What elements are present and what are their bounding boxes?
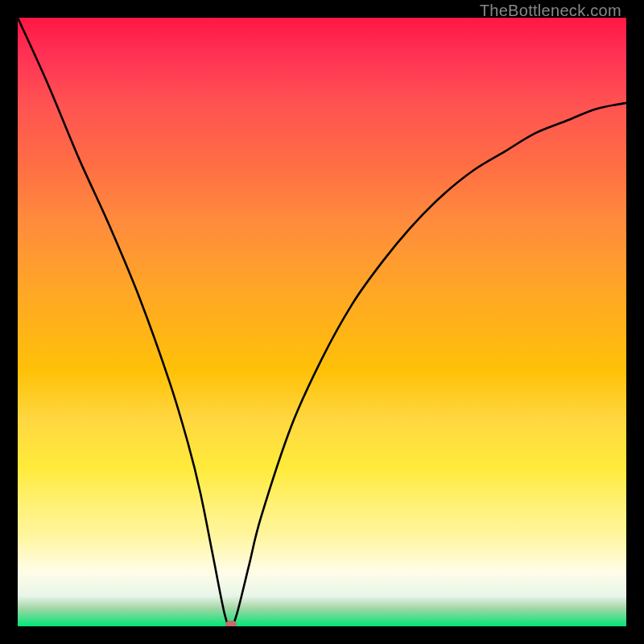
chart-curve-path	[18, 18, 626, 626]
chart-outer-frame: TheBottleneck.com	[0, 0, 644, 644]
chart-curve-svg	[18, 18, 626, 626]
watermark-text: TheBottleneck.com	[480, 2, 621, 20]
chart-minimum-marker	[225, 621, 237, 626]
chart-plot-area	[18, 18, 626, 626]
